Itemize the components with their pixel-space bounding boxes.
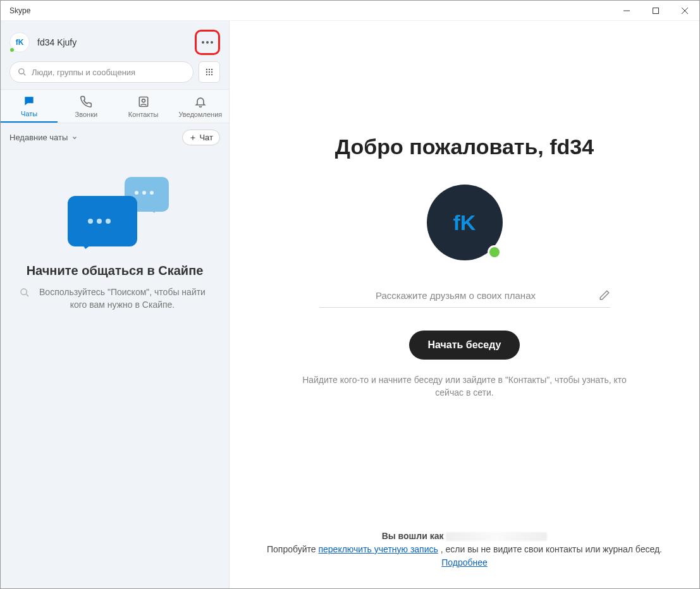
svg-point-5 bbox=[206, 71, 207, 73]
svg-point-1 bbox=[19, 69, 24, 74]
presence-indicator-icon bbox=[488, 245, 501, 259]
minimize-icon bbox=[623, 8, 630, 14]
learn-more-link[interactable]: Подробнее bbox=[441, 557, 488, 568]
tab-label: Контакты bbox=[128, 111, 159, 118]
pencil-icon[interactable] bbox=[599, 289, 610, 301]
listbar: Недавние чаты Чат bbox=[1, 123, 229, 152]
svg-point-8 bbox=[206, 74, 207, 75]
tab-contacts[interactable]: Контакты bbox=[115, 90, 172, 123]
svg-point-6 bbox=[209, 71, 210, 73]
empty-hint: Воспользуйтесь "Поиском", чтобы найти ко… bbox=[20, 286, 210, 311]
chat-icon bbox=[23, 95, 35, 107]
svg-point-4 bbox=[211, 69, 212, 70]
main-pane: Добро пожаловать, fd34 fK Расскажите дру… bbox=[230, 21, 699, 588]
empty-state: Начните общаться в Скайпе Воспользуйтесь… bbox=[1, 152, 229, 588]
avatar-big-initials: fK bbox=[453, 210, 476, 235]
search-icon bbox=[20, 288, 30, 298]
svg-point-10 bbox=[211, 74, 212, 75]
svg-point-12 bbox=[142, 99, 145, 102]
welcome-block: Добро пожаловать, fd34 fK Расскажите дру… bbox=[249, 135, 680, 399]
switch-account-link[interactable]: переключить учетную запись bbox=[318, 544, 438, 554]
svg-point-3 bbox=[209, 69, 210, 70]
new-chat-button[interactable]: Чат bbox=[182, 130, 220, 145]
maximize-button[interactable] bbox=[641, 1, 670, 21]
svg-point-13 bbox=[21, 289, 27, 294]
plus-icon bbox=[189, 134, 197, 142]
mood-placeholder: Расскажите друзьям о своих планах bbox=[319, 290, 593, 301]
chevron-down-icon bbox=[71, 135, 78, 141]
search-input[interactable] bbox=[32, 68, 185, 77]
profile-row: fK fd34 Kjufy bbox=[1, 21, 229, 61]
start-conversation-button[interactable]: Начать беседу bbox=[409, 331, 520, 360]
tab-label: Чаты bbox=[21, 110, 37, 118]
tab-label: Звонки bbox=[75, 111, 98, 118]
more-icon bbox=[202, 41, 213, 44]
minimize-button[interactable] bbox=[612, 1, 641, 21]
bell-icon bbox=[194, 95, 207, 108]
nav-tabs: Чаты Звонки Контакты Уведомления bbox=[1, 89, 229, 123]
signed-as-account bbox=[446, 532, 547, 541]
signed-as-label: Вы вошли как bbox=[382, 531, 444, 541]
recent-label: Недавние чаты bbox=[9, 133, 68, 142]
window-title: Skype bbox=[9, 6, 30, 15]
tab-notifications[interactable]: Уведомления bbox=[172, 90, 229, 123]
presence-indicator-icon bbox=[9, 47, 15, 53]
footer-note: Вы вошли как Попробуйте переключить учет… bbox=[230, 530, 699, 569]
recent-chats-dropdown[interactable]: Недавние чаты bbox=[9, 133, 78, 142]
app-window: Skype fK fd34 Kjufy bbox=[1, 1, 699, 588]
dialpad-icon bbox=[205, 68, 214, 76]
profile-name[interactable]: fd34 Kjufy bbox=[37, 37, 187, 47]
chat-illustration-icon bbox=[61, 177, 169, 253]
new-chat-label: Чат bbox=[199, 133, 213, 142]
svg-point-7 bbox=[211, 71, 212, 73]
avatar-big[interactable]: fK bbox=[427, 185, 503, 260]
dialpad-button[interactable] bbox=[199, 61, 220, 83]
welcome-hint: Найдите кого-то и начните беседу или зай… bbox=[300, 373, 629, 399]
svg-point-2 bbox=[206, 69, 207, 70]
footer-text-2: , если вы не видите свои контакты или жу… bbox=[441, 544, 662, 554]
mood-field[interactable]: Расскажите друзьям о своих планах bbox=[319, 286, 610, 308]
start-button-label: Начать беседу bbox=[428, 339, 501, 350]
tab-chats[interactable]: Чаты bbox=[1, 90, 58, 123]
phone-icon bbox=[80, 95, 92, 108]
titlebar: Skype bbox=[1, 1, 699, 21]
welcome-title: Добро пожаловать, fd34 bbox=[335, 135, 594, 159]
footer-text-1: Попробуйте bbox=[267, 544, 318, 554]
search-row bbox=[1, 61, 229, 89]
tab-label: Уведомления bbox=[178, 111, 222, 118]
svg-point-9 bbox=[209, 74, 210, 75]
window-controls bbox=[612, 1, 699, 21]
search-box[interactable] bbox=[9, 61, 193, 83]
content: fK fd34 Kjufy bbox=[1, 21, 699, 588]
sidebar: fK fd34 Kjufy bbox=[1, 21, 230, 588]
more-button[interactable] bbox=[195, 30, 220, 55]
avatar-initials: fK bbox=[16, 38, 24, 47]
tab-calls[interactable]: Звонки bbox=[58, 90, 114, 123]
avatar[interactable]: fK bbox=[9, 32, 30, 52]
contacts-icon bbox=[137, 95, 150, 108]
close-button[interactable] bbox=[670, 1, 699, 21]
empty-hint-text: Воспользуйтесь "Поиском", чтобы найти ко… bbox=[35, 286, 210, 311]
svg-rect-0 bbox=[653, 8, 659, 13]
maximize-icon bbox=[653, 8, 659, 14]
search-icon bbox=[18, 68, 27, 76]
empty-title: Начните общаться в Скайпе bbox=[27, 263, 204, 279]
close-icon bbox=[682, 8, 688, 14]
